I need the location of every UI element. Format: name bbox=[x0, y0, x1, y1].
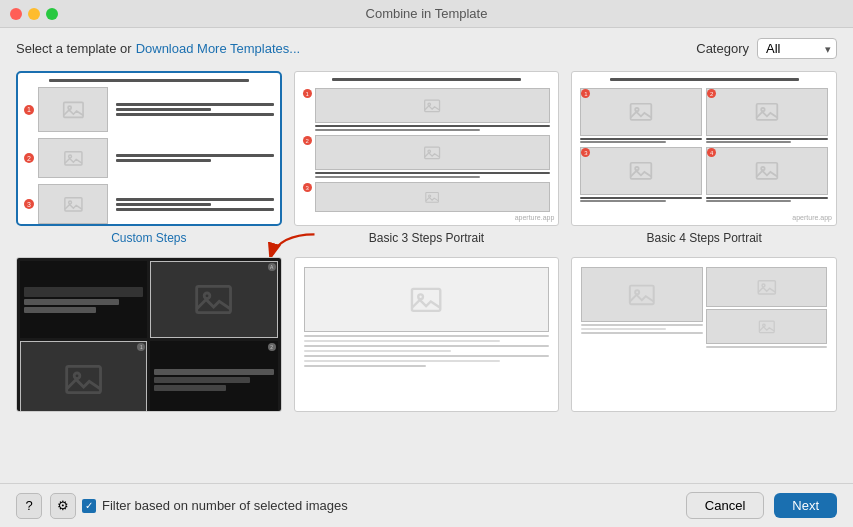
title-bar: Combine in Template bbox=[0, 0, 853, 28]
t6-right bbox=[706, 267, 827, 402]
template-thumb-custom-steps[interactable]: 1 2 bbox=[16, 71, 282, 226]
template-cell-5[interactable] bbox=[294, 257, 560, 417]
dark-num-a: A bbox=[268, 263, 276, 271]
dark-img-1 bbox=[150, 261, 277, 338]
svg-point-32 bbox=[762, 324, 764, 326]
template-grid-area: 1 2 bbox=[0, 65, 853, 483]
step2-image bbox=[38, 138, 108, 178]
minimize-button[interactable] bbox=[28, 8, 40, 20]
step-num-2: 2 bbox=[24, 153, 34, 163]
filter-label: Filter based on number of selected image… bbox=[102, 498, 348, 513]
svg-point-1 bbox=[68, 106, 71, 109]
dark-img-2 bbox=[20, 341, 147, 412]
step1-lines bbox=[116, 103, 274, 116]
t6-img-3 bbox=[706, 309, 827, 344]
template-grid: 1 2 bbox=[16, 71, 837, 417]
b4-grid: 1 2 bbox=[578, 86, 830, 204]
maximize-button[interactable] bbox=[46, 8, 58, 20]
template-cell-6[interactable] bbox=[571, 257, 837, 417]
t5-img-big bbox=[304, 267, 550, 332]
help-button[interactable]: ? bbox=[16, 493, 42, 519]
template-cell-basic-4[interactable]: 1 2 bbox=[571, 71, 837, 245]
t6-img-2 bbox=[706, 267, 827, 307]
t6-left bbox=[581, 267, 702, 402]
bottom-right: Cancel Next bbox=[686, 492, 837, 519]
b4-cell-4: 4 bbox=[706, 147, 828, 202]
step-num-3: 3 bbox=[24, 199, 34, 209]
svg-point-24 bbox=[74, 373, 80, 379]
b4-img-4 bbox=[706, 147, 828, 195]
category-label: Category bbox=[696, 41, 749, 56]
prompt-text: Select a template or bbox=[16, 41, 132, 56]
svg-point-10 bbox=[428, 150, 430, 152]
template-prompt: Select a template or Download More Templ… bbox=[16, 41, 300, 56]
template-thumb-6[interactable] bbox=[571, 257, 837, 412]
dark-cell-1: A bbox=[150, 261, 277, 338]
b4-img-3 bbox=[580, 147, 702, 195]
b3-img-3 bbox=[315, 182, 551, 212]
close-button[interactable] bbox=[10, 8, 22, 20]
svg-point-5 bbox=[68, 201, 71, 204]
settings-icon: ⚙ bbox=[57, 498, 69, 513]
filter-checkbox-label[interactable]: ✓ Filter based on number of selected ima… bbox=[82, 498, 348, 513]
b3-img-2 bbox=[315, 135, 551, 170]
svg-point-30 bbox=[762, 284, 765, 287]
svg-point-8 bbox=[428, 103, 430, 105]
b3-rows: 1 2 bbox=[301, 86, 553, 214]
b4-cell-3: 3 bbox=[580, 147, 702, 202]
step3-lines bbox=[116, 198, 274, 211]
template-cell-custom-steps[interactable]: 1 2 bbox=[16, 71, 282, 245]
step-num-1: 1 bbox=[24, 105, 34, 115]
b4-cell-1: 1 bbox=[580, 88, 702, 143]
category-select[interactable]: All bbox=[757, 38, 837, 59]
icon-buttons: ? ⚙ bbox=[16, 493, 76, 519]
svg-point-18 bbox=[635, 167, 638, 170]
b4-img-1 bbox=[580, 88, 702, 136]
cancel-button[interactable]: Cancel bbox=[686, 492, 764, 519]
b4-cell-2: 2 bbox=[706, 88, 828, 143]
template-cell-dark[interactable]: A 1 2 bbox=[16, 257, 282, 417]
filter-checkbox[interactable]: ✓ bbox=[82, 499, 96, 513]
template-cell-basic-3[interactable]: 1 2 bbox=[294, 71, 560, 245]
svg-point-26 bbox=[419, 294, 424, 299]
template-thumb-basic-4[interactable]: 1 2 bbox=[571, 71, 837, 226]
next-button[interactable]: Next bbox=[774, 493, 837, 518]
step2-lines bbox=[116, 154, 274, 162]
t6-img-1 bbox=[581, 267, 702, 322]
window-controls[interactable] bbox=[10, 8, 58, 20]
category-select-wrapper[interactable]: All bbox=[757, 38, 837, 59]
b3-img-1 bbox=[315, 88, 551, 123]
settings-button[interactable]: ⚙ bbox=[50, 493, 76, 519]
t6-layout bbox=[578, 264, 830, 405]
template-thumb-dark[interactable]: A 1 2 bbox=[16, 257, 282, 412]
svg-point-16 bbox=[761, 108, 764, 111]
template-thumb-basic-3[interactable]: 1 2 bbox=[294, 71, 560, 226]
window-title: Combine in Template bbox=[366, 6, 488, 21]
template-label-custom-steps: Custom Steps bbox=[111, 231, 186, 245]
template-label-basic-4: Basic 4 Steps Portrait bbox=[646, 231, 761, 245]
bottom-left: ? ⚙ ✓ Filter based on number of selected… bbox=[16, 493, 348, 519]
dark-text-area bbox=[20, 261, 147, 338]
svg-point-22 bbox=[205, 293, 211, 299]
dark-cell-2: 1 bbox=[20, 341, 147, 412]
dark-layout: A 1 2 bbox=[17, 258, 281, 411]
dark-cell-3: 2 bbox=[150, 341, 277, 412]
template-thumb-5[interactable] bbox=[294, 257, 560, 412]
svg-point-12 bbox=[429, 195, 431, 197]
b4-img-2 bbox=[706, 88, 828, 136]
template-label-basic-3: Basic 3 Steps Portrait bbox=[369, 231, 484, 245]
b3-num-2: 2 bbox=[303, 136, 312, 145]
b3-num-1: 1 bbox=[303, 89, 312, 98]
top-bar: Select a template or Download More Templ… bbox=[0, 28, 853, 65]
b4-footer-text: aperture.app bbox=[792, 214, 832, 221]
svg-point-28 bbox=[635, 290, 639, 294]
download-templates-link[interactable]: Download More Templates... bbox=[136, 41, 301, 56]
b3-num-3: 3 bbox=[303, 183, 312, 192]
t5-layout bbox=[301, 264, 553, 405]
category-filter: Category All bbox=[696, 38, 837, 59]
step3-image bbox=[38, 184, 108, 224]
svg-point-3 bbox=[68, 155, 71, 158]
svg-point-20 bbox=[761, 167, 764, 170]
svg-point-14 bbox=[635, 108, 638, 111]
question-icon: ? bbox=[25, 498, 32, 513]
